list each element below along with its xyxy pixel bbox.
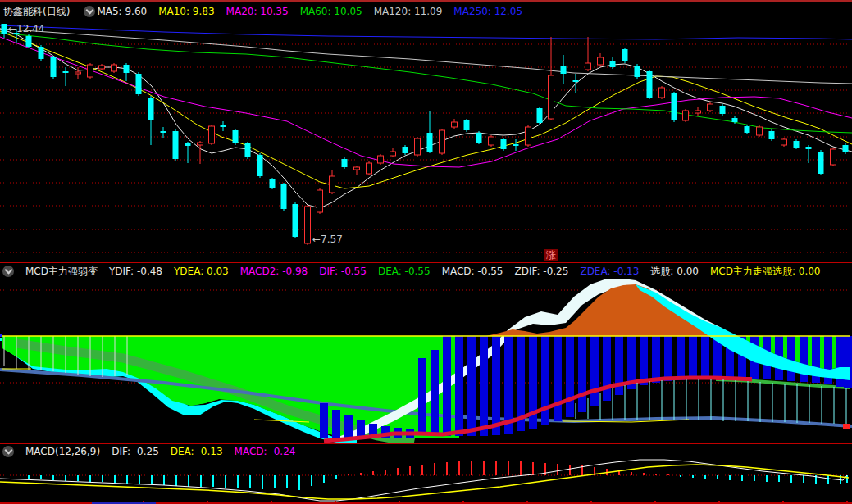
chevron-down-icon[interactable] xyxy=(2,446,14,457)
indicator-value: MACD: -0.24 xyxy=(235,446,296,457)
indicator-value: ZDIF: -0.25 xyxy=(515,266,569,277)
macd-name: MACD(12,26,9) xyxy=(25,446,100,457)
indicator-value: YDEA: 0.03 xyxy=(174,266,229,277)
indicator-value: DIF: -0.25 xyxy=(112,446,159,457)
strength-indicator-chart[interactable] xyxy=(0,279,852,443)
chevron-down-icon[interactable] xyxy=(2,266,14,277)
stock-chart-app: 协鑫能科(日线) MA5: 9.60MA10: 9.83MA20: 10.35M… xyxy=(0,0,852,504)
indicator-value: MA120: 11.09 xyxy=(374,6,443,17)
stock-title: 协鑫能科(日线) xyxy=(3,5,70,19)
indicator-value: YDIF: -0.48 xyxy=(109,266,162,277)
indicator-value: MACD: -0.55 xyxy=(442,266,503,277)
kline-header: 协鑫能科(日线) MA5: 9.60MA10: 9.83MA20: 10.35M… xyxy=(0,3,852,20)
indicator-value: MCD主力走强选股: 0.00 xyxy=(710,266,821,277)
indicator-value: DIF: -0.55 xyxy=(319,266,367,277)
indicator-value: DEA: -0.55 xyxy=(378,266,431,277)
macd-header: MACD(12,26,9) DIF: -0.25DEA: -0.13MACD: … xyxy=(0,445,852,457)
svg-text:←12.44: ←12.44 xyxy=(8,23,44,34)
macd-values: DIF: -0.25DEA: -0.13MACD: -0.24 xyxy=(112,446,307,457)
indicator-value: MACD2: -0.98 xyxy=(240,266,308,277)
indicator-value: DEA: -0.13 xyxy=(171,446,223,457)
panel-separator xyxy=(0,262,852,263)
indicator-value: MA60: 10.05 xyxy=(300,6,362,17)
panel-separator xyxy=(0,443,852,444)
indicator-value: MA20: 10.35 xyxy=(226,6,289,17)
chevron-down-icon[interactable] xyxy=(84,6,95,17)
indicator-value: MA10: 9.83 xyxy=(158,6,214,17)
indicator-value: MA5: 9.60 xyxy=(97,6,147,17)
indicator-header: MCD主力强弱变 YDIF: -0.48YDEA: 0.03MACD2: -0.… xyxy=(0,264,852,279)
indicator-values: YDIF: -0.48YDEA: 0.03MACD2: -0.98DIF: -0… xyxy=(109,265,832,279)
macd-chart[interactable] xyxy=(0,457,852,504)
indicator-name: MCD主力强弱变 xyxy=(25,265,98,279)
candlestick-chart[interactable]: ←12.44←7.57 xyxy=(0,20,852,262)
svg-text:←7.57: ←7.57 xyxy=(312,234,343,245)
rise-marker: 涨 xyxy=(544,249,558,261)
indicator-value: ZDEA: -0.13 xyxy=(580,266,639,277)
ma-values: MA5: 9.60MA10: 9.83MA20: 10.35MA60: 10.0… xyxy=(97,6,534,17)
indicator-value: 选股: 0.00 xyxy=(650,266,699,277)
indicator-value: MA250: 12.05 xyxy=(453,6,522,17)
